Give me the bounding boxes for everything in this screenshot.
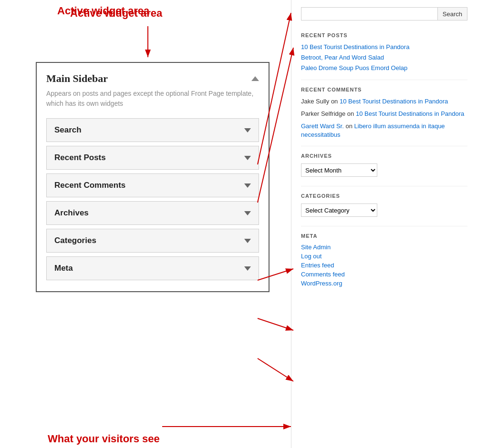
widget-recent-comments[interactable]: Recent Comments (46, 173, 259, 197)
expand-recent-comments-icon (244, 183, 251, 188)
comment-entry-3: Garett Ward Sr. on Libero illum assumend… (301, 122, 467, 139)
search-button[interactable]: Search (438, 7, 467, 20)
sidebar-description: Appears on posts and pages except the op… (46, 89, 259, 109)
archives-select[interactable]: Select Month (301, 163, 377, 177)
widget-search-label: Search (54, 125, 82, 135)
widget-meta-label: Meta (54, 264, 73, 273)
comment-author-1: Jake Sully (301, 98, 329, 105)
comment-author-2: Parker Selfridge (301, 110, 345, 117)
comment-link-1[interactable]: 10 Best Tourist Destinations in Pandora (340, 98, 448, 105)
svg-line-7 (258, 318, 293, 330)
categories-select[interactable]: Select Category (301, 204, 377, 217)
expand-archives-icon (244, 211, 251, 215)
widget-categories[interactable]: Categories (46, 229, 259, 253)
search-widget: Search (301, 7, 467, 20)
divider-3 (301, 186, 467, 186)
comment-on-2: on (347, 110, 356, 117)
recent-comments-heading: Recent Comments (301, 87, 467, 92)
svg-line-8 (258, 358, 293, 381)
visitor-view-panel: Search Recent Posts 10 Best Tourist Dest… (291, 0, 477, 448)
meta-link-logout[interactable]: Log out (301, 253, 467, 260)
expand-search-icon (244, 128, 251, 132)
sidebar-title: Main Sidebar (46, 72, 259, 85)
main-sidebar-panel: Main Sidebar Appears on posts and pages … (36, 62, 270, 292)
svg-text:What your visitors see: What your visitors see (48, 433, 160, 445)
widget-recent-posts[interactable]: Recent Posts (46, 146, 259, 170)
expand-categories-icon (244, 239, 251, 243)
meta-link-wordpress-org[interactable]: WordPress.org (301, 280, 467, 287)
widget-recent-comments-label: Recent Comments (54, 181, 125, 190)
meta-heading: Meta (301, 233, 467, 239)
meta-link-site-admin[interactable]: Site Admin (301, 244, 467, 251)
collapse-icon[interactable] (251, 76, 259, 81)
widget-archives[interactable]: Archives (46, 201, 259, 225)
divider-4 (301, 226, 467, 226)
meta-link-entries-feed[interactable]: Entries feed (301, 262, 467, 269)
comment-entry-2: Parker Selfridge on 10 Best Tourist Dest… (301, 110, 467, 118)
expand-recent-posts-icon (244, 156, 251, 160)
comment-link-2[interactable]: 10 Best Tourist Destinations in Pandora (356, 110, 464, 117)
widget-archives-label: Archives (54, 208, 89, 218)
post-link-3[interactable]: Paleo Drome Soup Puos Emord Oelap (301, 64, 467, 72)
widget-categories-label: Categories (54, 236, 96, 245)
widget-meta[interactable]: Meta (46, 256, 259, 280)
recent-posts-heading: Recent Posts (301, 32, 467, 38)
widget-search[interactable]: Search (46, 118, 259, 142)
comment-entry-1: Jake Sully on 10 Best Tourist Destinatio… (301, 97, 467, 106)
sidebar-title-text: Main Sidebar (46, 72, 108, 85)
meta-link-comments-feed[interactable]: Comments feed (301, 271, 467, 278)
comment-on-1: on (331, 98, 340, 105)
widget-recent-posts-label: Recent Posts (54, 153, 106, 163)
active-widget-label: Active widget area (57, 5, 149, 17)
search-input[interactable] (301, 7, 438, 20)
post-link-1[interactable]: 10 Best Tourist Destinations in Pandora (301, 43, 467, 51)
expand-meta-icon (244, 266, 251, 271)
divider-2 (301, 146, 467, 146)
divider-1 (301, 80, 467, 80)
categories-heading: Categories (301, 193, 467, 199)
post-link-2[interactable]: Betroot, Pear And Word Salad (301, 53, 467, 62)
archives-heading: Archives (301, 153, 467, 159)
comment-author-link-3[interactable]: Garett Ward Sr. (301, 122, 344, 130)
comment-on-3: on (345, 122, 354, 130)
